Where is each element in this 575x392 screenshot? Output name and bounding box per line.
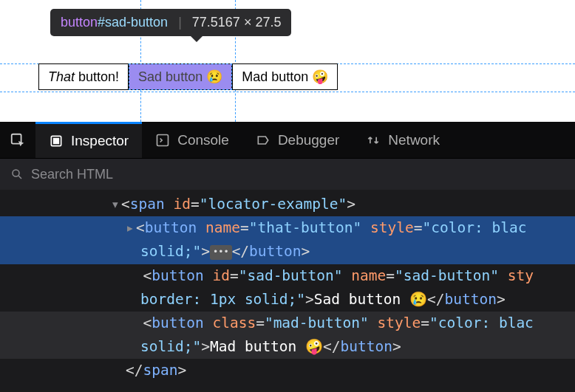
that-button[interactable]: That button!	[38, 63, 129, 90]
button-row: That button! Sad button 😢 Mad button 🤪	[38, 63, 338, 90]
search-icon	[10, 168, 24, 181]
tab-label: Network	[388, 132, 440, 148]
tab-label: Debugger	[278, 132, 339, 148]
dom-that-button[interactable]: ▸<button name="that-button" style="color…	[0, 216, 575, 240]
tab-network[interactable]: Network	[353, 122, 453, 158]
dom-that-button-cont[interactable]: solid;">•••</button>	[0, 240, 575, 264]
tab-label: Console	[177, 132, 229, 148]
tooltip-separator: |	[178, 15, 182, 30]
svg-rect-2	[54, 139, 59, 144]
dom-sad-button-cont[interactable]: border: 1px solid;">Sad button 😢</button…	[0, 288, 575, 312]
search-placeholder: Search HTML	[31, 167, 113, 182]
sad-button[interactable]: Sad button 😢	[129, 63, 232, 90]
element-picker-icon[interactable]	[0, 132, 35, 148]
dom-sad-button[interactable]: <button id="sad-button" name="sad-button…	[0, 264, 575, 288]
devtools-panel: Inspector Console Debugger Network Searc…	[0, 122, 575, 392]
network-icon	[366, 133, 381, 148]
dom-tree[interactable]: ▾<span id="locator-example"> ▸<button na…	[0, 190, 575, 382]
inspector-icon	[49, 134, 64, 148]
dom-mad-button-cont[interactable]: solid;">Mad button 🤪</button>	[0, 335, 575, 359]
twisty-icon[interactable]: ▸	[126, 216, 136, 240]
tab-inspector[interactable]: Inspector	[35, 122, 142, 158]
dom-span-open[interactable]: ▾<span id="locator-example">	[0, 193, 575, 216]
search-html[interactable]: Search HTML	[0, 159, 575, 190]
devtools-tabs: Inspector Console Debugger Network	[0, 122, 575, 159]
debugger-icon	[256, 133, 271, 148]
dom-span-close[interactable]: </span>	[0, 359, 575, 382]
ellipsis-icon[interactable]: •••	[210, 245, 232, 260]
tooltip-selector: button#sad-button	[61, 15, 168, 30]
element-tooltip: button#sad-button | 77.5167 × 27.5	[50, 9, 291, 36]
svg-point-4	[13, 170, 19, 176]
rendered-page: button#sad-button | 77.5167 × 27.5 That …	[0, 0, 575, 122]
tab-console[interactable]: Console	[142, 122, 242, 158]
twisty-icon[interactable]: ▾	[111, 193, 121, 216]
guide-bottom	[0, 92, 575, 92]
tab-label: Inspector	[71, 133, 129, 149]
tooltip-dimensions: 77.5167 × 27.5	[192, 15, 282, 30]
tab-debugger[interactable]: Debugger	[242, 122, 353, 158]
dom-mad-button[interactable]: <button class="mad-button" style="color:…	[0, 312, 575, 335]
console-icon	[155, 133, 170, 148]
mad-button[interactable]: Mad button 🤪	[232, 63, 338, 90]
